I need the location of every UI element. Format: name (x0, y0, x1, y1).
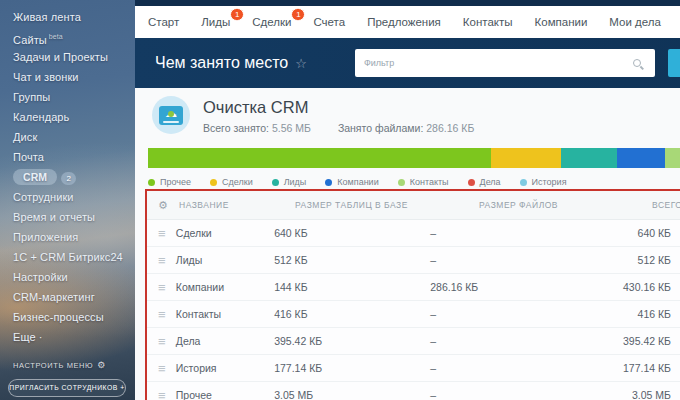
cell-db-size: 144 КБ (274, 281, 430, 293)
nav-tab[interactable]: Лента (672, 16, 680, 28)
table-settings-gear-icon[interactable]: ⚙ (147, 199, 179, 212)
sidebar-item[interactable]: Задачи и Проекты (13, 47, 135, 67)
usage-table-annotated: ⚙ НАЗВАНИЕ РАЗМЕР ТАБЛИЦ В БАЗЕ РАЗМЕР Ф… (145, 189, 680, 400)
sidebar-item-label: Группы (13, 91, 50, 103)
filter-search-input[interactable] (355, 49, 655, 77)
cell-db-size: 416 КБ (274, 308, 430, 320)
crm-cleanup-icon: ☁ (152, 96, 190, 134)
total-used-stat: Всего занято: 5.56 МБ (203, 122, 311, 134)
nav-tab[interactable]: Контакты (452, 16, 524, 28)
table-row[interactable]: ≡ Прочее 3.05 МБ – 3.05 МБ (147, 382, 680, 400)
table-row[interactable]: ≡ История 177.14 КБ – 177.14 КБ (147, 355, 680, 382)
usage-bar-segment[interactable] (491, 148, 561, 168)
col-header-file-size[interactable]: РАЗМЕР ФАЙЛОВ (479, 200, 652, 210)
sidebar-item-label: Еще · (13, 331, 43, 343)
search-icon[interactable] (633, 59, 641, 67)
sidebar-item[interactable]: Живая лента (13, 7, 135, 27)
cell-name: История (176, 362, 274, 374)
sidebar-item[interactable]: Диск (13, 127, 135, 147)
sidebar-item[interactable]: Еще · (13, 327, 135, 347)
legend-dot-icon (468, 179, 475, 186)
sidebar-item[interactable]: Чат и звонки (13, 67, 135, 87)
nav-tab[interactable]: Счета (302, 16, 356, 28)
sidebar-item-badge: 2 (61, 172, 76, 185)
sidebar-item[interactable]: Сайтыbeta (13, 27, 135, 47)
legend-label: История (532, 177, 567, 187)
app-window: Живая лента Сайтыbeta Задачи и Проекты Ч… (0, 0, 680, 400)
nav-tab-label: Счета (313, 16, 345, 28)
legend-label: Контакты (410, 177, 449, 187)
sidebar-item[interactable]: Приложения (13, 227, 135, 247)
sidebar-item[interactable]: 1С + CRM Битрикс24 (13, 247, 135, 267)
table-row[interactable]: ≡ Дела 395.42 КБ – 395.42 КБ (147, 328, 680, 355)
sidebar-item[interactable]: Календарь (13, 107, 135, 127)
sidebar-item[interactable]: CRM-маркетинг (13, 287, 135, 307)
nav-tab-label: Сделки (252, 16, 291, 28)
page-header-band: Чем занято место☆ (135, 38, 680, 88)
search-action-button[interactable] (668, 49, 680, 77)
usage-bar-segment[interactable] (561, 148, 617, 168)
nav-tab[interactable]: Сделки 1 (241, 16, 302, 28)
row-drag-menu-icon[interactable]: ≡ (147, 254, 176, 267)
cell-total: 640 КБ (465, 227, 671, 239)
row-drag-menu-icon[interactable]: ≡ (147, 389, 176, 400)
sidebar-item[interactable]: CRM2 (13, 167, 135, 187)
col-header-name[interactable]: НАЗВАНИЕ (179, 200, 295, 210)
nav-tab[interactable]: Компании (524, 16, 599, 28)
legend-label: Дела (480, 177, 501, 187)
legend-dot-icon (148, 179, 155, 186)
nav-tab[interactable]: Старт (137, 16, 190, 28)
table-row[interactable]: ≡ Лиды 512 КБ – 512 КБ (147, 247, 680, 274)
nav-tab-label: Старт (148, 16, 179, 28)
usage-bar-segment[interactable] (148, 148, 491, 168)
table-row[interactable]: ≡ Сделки 640 КБ – 640 КБ (147, 220, 680, 247)
sidebar-item[interactable]: Группы (13, 87, 135, 107)
cell-db-size: 512 КБ (274, 254, 430, 266)
sidebar-item-label: Задачи и Проекты (13, 51, 108, 63)
table-row[interactable]: ≡ Компании 144 КБ 286.16 КБ 430.16 КБ (147, 274, 680, 301)
sidebar-item-sup: beta (49, 33, 63, 40)
row-drag-menu-icon[interactable]: ≡ (147, 362, 176, 375)
nav-tab-label: Лиды (201, 16, 230, 28)
configure-menu-label: НАСТРОИТЬ МЕНЮ (13, 361, 93, 370)
sidebar-item-label: CRM (13, 169, 57, 185)
sidebar-item[interactable]: Настройки (13, 267, 135, 287)
legend-dot-icon (398, 179, 405, 186)
legend-label: Сделки (222, 177, 253, 187)
main-area: Старт Лиды 1 Сделки 1 Счета (135, 0, 680, 400)
table-row[interactable]: ≡ Контакты 416 КБ – 416 КБ (147, 301, 680, 328)
sidebar-item[interactable]: Сотрудники (13, 187, 135, 207)
row-drag-menu-icon[interactable]: ≡ (147, 281, 176, 294)
sidebar-item[interactable]: Время и отчеты (13, 207, 135, 227)
sidebar-item[interactable]: Бизнес-процессы (13, 307, 135, 327)
cell-total: 3.05 МБ (465, 389, 671, 400)
legend-item: Лиды (272, 177, 307, 187)
drive-cloud-icon: ☁ (159, 106, 183, 125)
col-header-total[interactable]: ВСЕГО ЗАНЯТО (652, 200, 680, 210)
cell-name: Сделки (176, 227, 274, 239)
sidebar-item-label: Приложения (13, 231, 78, 243)
sidebar-item[interactable]: Почта (13, 147, 135, 167)
legend-dot-icon (325, 179, 332, 186)
nav-tab[interactable]: Предложения (356, 16, 452, 28)
nav-tab[interactable]: Лиды 1 (190, 16, 241, 28)
sidebar: Живая лента Сайтыbeta Задачи и Проекты Ч… (0, 0, 135, 400)
favorite-star-icon[interactable]: ☆ (295, 56, 307, 71)
cell-total: 430.16 КБ (465, 281, 671, 293)
table-body: ≡ Сделки 640 КБ – 640 КБ ≡ Лиды 512 КБ – (147, 220, 680, 400)
col-header-db-size[interactable]: РАЗМЕР ТАБЛИЦ В БАЗЕ (295, 200, 479, 210)
cell-name: Лиды (176, 254, 274, 266)
cleanup-summary-card: ☁ Очистка CRM Всего занято: 5.56 МБ Заня… (152, 96, 498, 134)
configure-menu-button[interactable]: НАСТРОИТЬ МЕНЮ⚙ (13, 360, 106, 370)
table-header-row: ⚙ НАЗВАНИЕ РАЗМЕР ТАБЛИЦ В БАЗЕ РАЗМЕР Ф… (147, 191, 680, 220)
row-drag-menu-icon[interactable]: ≡ (147, 227, 176, 240)
invite-employees-button[interactable]: ПРИГЛАСИТЬ СОТРУДНИКОВ + (8, 379, 126, 397)
legend-item: Компании (325, 177, 378, 187)
legend-item: Дела (468, 177, 501, 187)
cell-total: 177.14 КБ (465, 362, 671, 374)
nav-tab[interactable]: Мои дела (598, 16, 672, 28)
usage-bar-segment[interactable] (617, 148, 665, 168)
row-drag-menu-icon[interactable]: ≡ (147, 335, 176, 348)
usage-bar-segment[interactable] (665, 148, 680, 168)
row-drag-menu-icon[interactable]: ≡ (147, 308, 176, 321)
